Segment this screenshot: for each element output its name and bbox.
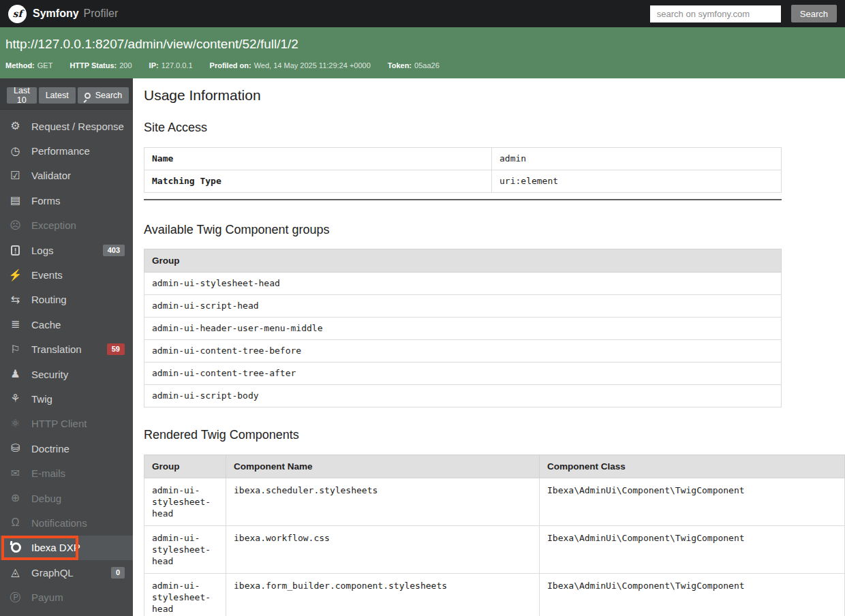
request-meta-item: IP:127.0.0.1 — [149, 61, 193, 70]
sidebar-item-label: Notifications — [31, 517, 87, 529]
sidebar-item-label: Security — [31, 369, 68, 380]
signpost-icon: ⇆ — [8, 294, 22, 305]
group-cell: admin-ui-script-body — [144, 385, 782, 407]
table-row: admin-ui-stylesheet-headibexa.workflow.c… — [144, 526, 845, 574]
sidebar-item-label: E-mails — [31, 467, 65, 479]
sidebar-item-http-client: ⚛HTTP Client — [0, 412, 133, 436]
sidebar-item-notifications: ΩNotifications — [0, 510, 133, 535]
request-meta-value: GET — [37, 61, 53, 70]
request-meta-label: IP: — [149, 61, 159, 70]
symfony-logo-icon: sf — [8, 5, 27, 23]
checkbox-icon: ☑ — [8, 170, 22, 181]
logs-glyph: ! — [11, 245, 20, 256]
rendered-components-heading: Rendered Twig Components — [144, 428, 834, 442]
person-icon: ♟ — [8, 369, 22, 380]
sidebar-item-performance[interactable]: ◷Performance — [0, 138, 133, 163]
site-access-heading: Site Access — [144, 121, 834, 135]
sidebar-item-label: Twig — [31, 393, 52, 405]
sidebar-item-ibexa-dxp[interactable]: Ibexa DXP — [0, 536, 133, 560]
latest-button[interactable]: Latest — [39, 87, 76, 104]
sidebar-badge: 0 — [111, 567, 125, 579]
app-title: Symfony — [33, 7, 79, 20]
ibexa-logo-glyph — [10, 541, 21, 553]
request-meta-item: Profiled on:Wed, 14 May 2025 11:29:24 +0… — [210, 61, 371, 70]
sidebar-nav: ⚙Request / Response◷Performance☑Validato… — [0, 110, 133, 610]
sidebar-item-label: HTTP Client — [31, 418, 87, 429]
column-header-component-name: Component Name — [226, 455, 540, 478]
sidebar-item-cache[interactable]: ≣Cache — [0, 312, 133, 337]
section-divider — [144, 199, 782, 200]
profiled-url: http://127.0.0.1:8207/admin/view/content… — [5, 37, 840, 52]
last-10-button[interactable]: Last 10 — [7, 87, 37, 104]
rendered-components-table: Group Component Name Component Class adm… — [144, 455, 845, 616]
sidebar-item-forms[interactable]: ▤Forms — [0, 188, 133, 213]
page-title: Usage Information — [144, 87, 834, 104]
request-meta: Method:GETHTTP Status:200IP:127.0.0.1Pro… — [5, 61, 840, 70]
sidebar-item-label: Translation — [31, 343, 82, 355]
sidebar-item-validator[interactable]: ☑Validator — [0, 164, 133, 188]
row-key: Matching Type — [144, 170, 492, 193]
sidebar-item-label: Routing — [31, 294, 67, 305]
table-row: admin-ui-header-user-menu-middle — [144, 318, 782, 340]
bell-icon: Ω — [8, 517, 22, 528]
top-bar: sf Symfony Profiler Search — [0, 0, 845, 27]
sidebar-item-graphql[interactable]: ◬GraphQL0 — [0, 560, 133, 585]
sidebar-item-label: Request / Response — [31, 121, 124, 132]
sidebar-item-label: Debug — [31, 493, 61, 504]
table-row: admin-ui-stylesheet-head — [144, 273, 782, 295]
magnifier-icon — [84, 93, 91, 99]
sidebar-item-e-mails: ✉E-mails — [0, 461, 133, 485]
request-meta-item: Token:05aa26 — [388, 61, 440, 70]
graphql-icon: ◬ — [8, 567, 22, 578]
clipboard-icon: ▤ — [8, 195, 22, 206]
sidebar-item-twig[interactable]: ⚘Twig — [0, 386, 133, 411]
database-icon: ⛁ — [8, 443, 22, 454]
sidebar-item-exception: ☹Exception — [0, 213, 133, 238]
twig-groups-heading: Available Twig Component groups — [144, 223, 834, 237]
search-button[interactable]: Search — [78, 87, 129, 104]
sidebar-item-label: Performance — [31, 145, 90, 157]
main-content: Usage Information Site Access NameadminM… — [133, 78, 845, 616]
sidebar-item-payum: ⓅPayum — [0, 585, 133, 609]
molecule-icon: ⚛ — [8, 418, 22, 429]
site-access-table: NameadminMatching Typeuri:element — [144, 147, 782, 193]
table-row: admin-ui-content-tree-after — [144, 363, 782, 385]
sidebar-item-label: Validator — [31, 170, 71, 181]
target-icon: ⊕ — [8, 493, 22, 504]
sidebar-item-security[interactable]: ♟Security — [0, 362, 133, 386]
sidebar: Last 10LatestSearch ⚙Request / Response◷… — [0, 78, 133, 616]
request-meta-value: 05aa26 — [414, 61, 440, 70]
sidebar-item-doctrine[interactable]: ⛁Doctrine — [0, 436, 133, 461]
layers-icon: ≣ — [8, 319, 22, 330]
request-meta-label: Method: — [5, 61, 35, 70]
symfony-search-input[interactable] — [650, 5, 781, 22]
request-meta-value: 200 — [119, 61, 132, 70]
symfony-search-button[interactable]: Search — [791, 5, 837, 22]
request-meta-label: Token: — [388, 61, 412, 70]
group-cell: admin-ui-script-head — [144, 295, 782, 318]
sidebar-item-translation[interactable]: ⚐Translation59 — [0, 337, 133, 362]
table-row: admin-ui-stylesheet-headibexa.scheduler.… — [144, 478, 845, 526]
twig-groups-table: Group admin-ui-stylesheet-headadmin-ui-s… — [144, 249, 782, 407]
column-header-group: Group — [144, 455, 226, 478]
group-cell: admin-ui-stylesheet-head — [144, 273, 782, 295]
sidebar-item-events[interactable]: ⚡Events — [0, 262, 133, 287]
sidebar-item-label: Payum — [31, 591, 63, 603]
sidebar-item-logs[interactable]: !Logs403 — [0, 238, 133, 262]
column-header-group: Group — [144, 249, 782, 273]
column-header-component-class: Component Class — [540, 455, 845, 478]
sidebar-badge: 59 — [107, 343, 125, 355]
table-row: admin-ui-content-tree-before — [144, 340, 782, 363]
table-row: admin-ui-script-body — [144, 385, 782, 407]
app-subtitle: Profiler — [84, 7, 119, 20]
payum-icon: Ⓟ — [8, 592, 22, 603]
sidebar-item-request-response[interactable]: ⚙Request / Response — [0, 114, 133, 138]
component-name-cell: ibexa.workflow.css — [226, 526, 540, 574]
sidebar-item-label: Doctrine — [31, 443, 70, 455]
sidebar-item-routing[interactable]: ⇆Routing — [0, 288, 133, 312]
speech-bubbles-icon: ⚐ — [8, 344, 22, 355]
component-group-cell: admin-ui-stylesheet-head — [144, 526, 226, 574]
ghost-icon: ☹ — [8, 220, 22, 231]
sidebar-item-label: Logs — [31, 245, 54, 256]
table-row: admin-ui-stylesheet-headibexa.form_build… — [144, 574, 845, 616]
